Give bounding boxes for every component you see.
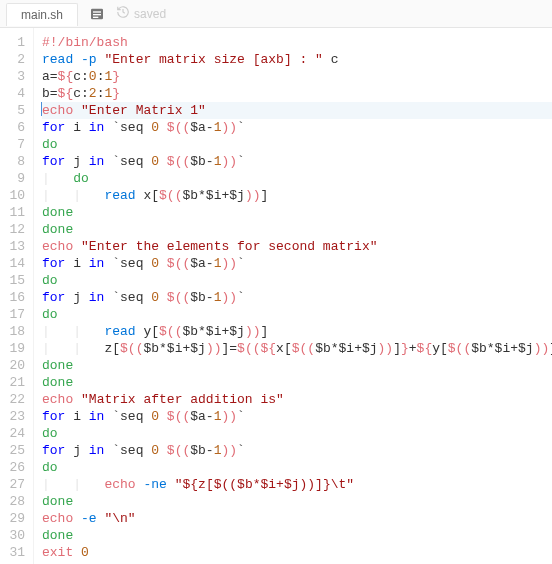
code-line[interactable]: do bbox=[42, 306, 552, 323]
line-number: 13 bbox=[4, 238, 25, 255]
file-tab[interactable]: main.sh bbox=[6, 3, 78, 26]
line-number: 12 bbox=[4, 221, 25, 238]
line-number: 28 bbox=[4, 493, 25, 510]
line-number: 18 bbox=[4, 323, 25, 340]
line-number: 22 bbox=[4, 391, 25, 408]
code-line[interactable]: for i in `seq 0 $(($a-1))` bbox=[42, 408, 552, 425]
history-icon bbox=[116, 5, 130, 22]
svg-rect-1 bbox=[93, 11, 101, 12]
line-number: 15 bbox=[4, 272, 25, 289]
code-line[interactable]: echo "Enter Matrix 1" bbox=[42, 102, 552, 119]
tab-bar: main.sh saved bbox=[0, 0, 552, 28]
line-number: 21 bbox=[4, 374, 25, 391]
code-line[interactable]: do bbox=[42, 425, 552, 442]
code-line[interactable]: echo "Matrix after addition is" bbox=[42, 391, 552, 408]
file-tab-label: main.sh bbox=[21, 8, 63, 22]
code-line[interactable]: | | echo -ne "${z[$(($b*$i+$j))]}\t" bbox=[42, 476, 552, 493]
indent-icon[interactable] bbox=[88, 5, 106, 23]
line-number: 16 bbox=[4, 289, 25, 306]
saved-label: saved bbox=[134, 7, 166, 21]
code-line[interactable]: do bbox=[42, 459, 552, 476]
svg-rect-2 bbox=[93, 14, 101, 15]
code-line[interactable]: for j in `seq 0 $(($b-1))` bbox=[42, 153, 552, 170]
code-line[interactable]: #!/bin/bash bbox=[42, 34, 552, 51]
code-line[interactable]: done bbox=[42, 357, 552, 374]
line-gutter: 1234567891011121314151617181920212223242… bbox=[0, 28, 34, 564]
line-number: 31 bbox=[4, 544, 25, 561]
code-line[interactable]: done bbox=[42, 527, 552, 544]
code-line[interactable]: done bbox=[42, 204, 552, 221]
code-area[interactable]: #!/bin/bashread -p "Enter matrix size [a… bbox=[34, 28, 552, 564]
code-line[interactable]: | do bbox=[42, 170, 552, 187]
code-line[interactable]: do bbox=[42, 136, 552, 153]
code-line[interactable]: echo -e "\n" bbox=[42, 510, 552, 527]
code-line[interactable]: | | read y[$(($b*$i+$j))] bbox=[42, 323, 552, 340]
code-line[interactable]: do bbox=[42, 272, 552, 289]
line-number: 26 bbox=[4, 459, 25, 476]
line-number: 5 bbox=[4, 102, 25, 119]
line-number: 8 bbox=[4, 153, 25, 170]
code-line[interactable]: exit 0 bbox=[42, 544, 552, 561]
line-number: 29 bbox=[4, 510, 25, 527]
code-line[interactable]: for j in `seq 0 $(($b-1))` bbox=[42, 289, 552, 306]
line-number: 6 bbox=[4, 119, 25, 136]
line-number: 30 bbox=[4, 527, 25, 544]
line-number: 11 bbox=[4, 204, 25, 221]
code-line[interactable]: for i in `seq 0 $(($a-1))` bbox=[42, 119, 552, 136]
line-number: 10 bbox=[4, 187, 25, 204]
code-line[interactable]: for j in `seq 0 $(($b-1))` bbox=[42, 442, 552, 459]
code-line[interactable]: read -p "Enter matrix size [axb] : " c bbox=[42, 51, 552, 68]
code-line[interactable]: a=${c:0:1} bbox=[42, 68, 552, 85]
line-number: 4 bbox=[4, 85, 25, 102]
code-line[interactable]: done bbox=[42, 374, 552, 391]
code-editor[interactable]: 1234567891011121314151617181920212223242… bbox=[0, 28, 552, 564]
code-line[interactable]: | | read x[$(($b*$i+$j))] bbox=[42, 187, 552, 204]
line-number: 20 bbox=[4, 357, 25, 374]
line-number: 2 bbox=[4, 51, 25, 68]
code-line[interactable]: done bbox=[42, 493, 552, 510]
line-number: 3 bbox=[4, 68, 25, 85]
line-number: 14 bbox=[4, 255, 25, 272]
code-line[interactable]: done bbox=[42, 221, 552, 238]
code-line[interactable]: echo "Enter the elements for second matr… bbox=[42, 238, 552, 255]
line-number: 23 bbox=[4, 408, 25, 425]
line-number: 17 bbox=[4, 306, 25, 323]
line-number: 9 bbox=[4, 170, 25, 187]
code-line[interactable]: for i in `seq 0 $(($a-1))` bbox=[42, 255, 552, 272]
code-line[interactable]: | | z[$(($b*$i+$j))]=$((${x[$(($b*$i+$j)… bbox=[42, 340, 552, 357]
line-number: 1 bbox=[4, 34, 25, 51]
line-number: 7 bbox=[4, 136, 25, 153]
line-number: 24 bbox=[4, 425, 25, 442]
code-line[interactable]: b=${c:2:1} bbox=[42, 85, 552, 102]
saved-indicator: saved bbox=[116, 5, 166, 22]
line-number: 25 bbox=[4, 442, 25, 459]
line-number: 27 bbox=[4, 476, 25, 493]
line-number: 19 bbox=[4, 340, 25, 357]
svg-rect-3 bbox=[93, 16, 98, 17]
